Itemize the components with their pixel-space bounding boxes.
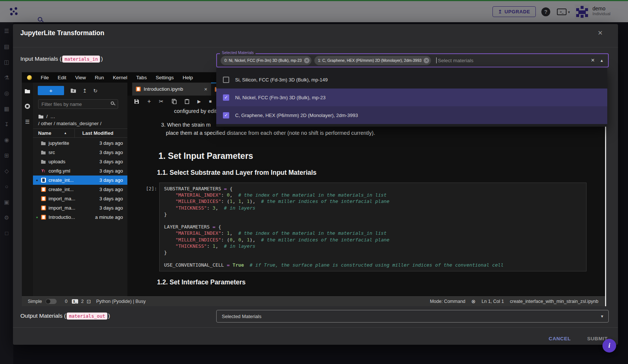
dropdown-option[interactable]: ✓C, Graphene, HEX (P6/mmm) 2D (Monolayer… <box>216 106 607 124</box>
clear-selection-icon[interactable]: × <box>591 57 595 64</box>
home-folder-icon[interactable] <box>38 114 44 119</box>
add-cell-icon[interactable]: + <box>147 98 151 105</box>
file-row[interactable]: ●Introductio...a minute ago <box>33 213 127 222</box>
column-last-modified[interactable]: Last Modified <box>82 130 113 136</box>
trust-shield-icon[interactable]: ⊗ <box>471 298 476 304</box>
menu-tabs[interactable]: Tabs <box>136 75 147 80</box>
code-line: SUBSTRATE_PARAMETERS = { <box>164 186 582 192</box>
paste-cells-icon[interactable] <box>185 99 189 104</box>
file-name: Introductio... <box>49 214 75 220</box>
file-name: import_ma... <box>49 196 75 201</box>
table-of-contents-icon[interactable]: ☰ <box>25 119 30 125</box>
file-modified: 3 days ago <box>99 150 123 155</box>
kernel-status[interactable]: Python (Pyodide) | Busy <box>96 299 146 304</box>
close-icon[interactable]: × <box>595 28 605 38</box>
code-cell[interactable]: SUBSTRATE_PARAMETERS = { "MATERIAL_INDEX… <box>159 183 587 271</box>
breadcrumb[interactable]: / … <box>38 114 55 119</box>
file-row[interactable]: Y:config.yml3 days ago <box>33 166 127 176</box>
notebook-icon <box>40 178 47 183</box>
select-placeholder[interactable]: Select materials <box>436 57 473 63</box>
file-row[interactable]: import_ma...3 days ago <box>33 203 127 213</box>
tab-introduction-ipynb[interactable]: Introduction.ipynb × <box>132 83 211 96</box>
menu-help[interactable]: Help <box>183 75 193 80</box>
column-divider <box>74 128 75 138</box>
file-modified: 3 days ago <box>99 205 123 211</box>
code-line <box>164 256 582 262</box>
file-row[interactable]: jupyterlite3 days ago <box>33 138 127 148</box>
file-browser-icon[interactable] <box>24 89 30 94</box>
running-kernels-icon[interactable] <box>24 103 30 109</box>
upload-icon[interactable]: ↥ <box>83 88 87 94</box>
code-line: "THICKNESS": 1, # in layers <box>164 243 582 249</box>
dropdown-option[interactable]: Si, Silicon, FCC (Fd-3m) 3D (Bulk), mp-1… <box>216 71 607 89</box>
info-fab-button[interactable]: i <box>602 339 616 353</box>
file-row[interactable]: create_int...3 days ago <box>33 185 127 194</box>
file-row[interactable]: src3 days ago <box>33 148 127 157</box>
menu-edit[interactable]: Edit <box>58 75 66 80</box>
cursor-position[interactable]: Ln 1, Col 1 <box>482 299 504 304</box>
notebook-icon <box>40 187 47 192</box>
cut-cells-icon[interactable]: ✂ <box>159 98 164 105</box>
cancel-button[interactable]: CANCEL <box>549 336 571 341</box>
breadcrumb-path[interactable]: / other / materials_designer / <box>38 121 101 126</box>
selected-materials-multiselect[interactable]: 0: Ni, Nickel, FCC (Fm-3m) 3D (Bulk), mp… <box>216 53 609 67</box>
chip-delete-icon[interactable]: × <box>424 58 429 63</box>
column-name[interactable]: Name <box>38 130 51 136</box>
menu-file[interactable]: File <box>41 75 49 80</box>
code-line: USE_CONVENTIONAL_CELL = True # if True, … <box>164 262 582 268</box>
dialog-footer: CANCEL SUBMIT <box>13 330 608 347</box>
sort-caret-icon[interactable]: ▲ <box>64 131 67 135</box>
file-modified: 3 days ago <box>99 168 123 174</box>
close-tab-icon[interactable]: × <box>204 86 207 92</box>
file-modified: 3 days ago <box>99 159 123 164</box>
code-line: "MATERIAL_INDEX": 0, # the index of the … <box>164 192 582 198</box>
file-row[interactable]: import_ma...3 days ago <box>33 194 127 203</box>
file-name: uploads <box>49 159 66 164</box>
mode-indicator[interactable]: Mode: Command <box>430 299 465 304</box>
copy-cells-icon[interactable] <box>172 99 177 104</box>
file-list-header[interactable]: Name ▲ Last Modified <box>33 128 127 138</box>
menu-kernel[interactable]: Kernel <box>113 75 127 80</box>
material-chip[interactable]: 0: Ni, Nickel, FCC (Fm-3m) 3D (Bulk), mp… <box>221 56 311 65</box>
terminal-badge-icon[interactable]: $_ <box>72 299 78 304</box>
notebook-icon <box>40 206 47 210</box>
menu-run[interactable]: Run <box>95 75 104 80</box>
file-row[interactable]: uploads3 days ago <box>33 157 127 166</box>
checkbox-checked-icon[interactable]: ✓ <box>223 94 229 101</box>
markdown-fragment: configured by edit <box>174 108 216 114</box>
simple-mode-toggle[interactable] <box>46 299 57 304</box>
filter-files-input[interactable] <box>38 99 118 109</box>
stop-kernel-icon[interactable]: ■ <box>209 99 211 104</box>
terminal-count[interactable]: 0 <box>65 299 67 304</box>
run-cell-icon[interactable]: ▶ <box>197 99 201 104</box>
file-row[interactable]: ●create_int...3 days ago <box>33 176 127 185</box>
output-materials-select[interactable]: Selected Materials ▾ <box>216 310 609 323</box>
new-launcher-button[interactable]: + <box>38 86 64 95</box>
simple-mode-label: Simple <box>28 299 42 304</box>
breadcrumb-ellipsis[interactable]: … <box>50 114 56 119</box>
kernel-count[interactable]: 2 <box>81 299 84 304</box>
code-line: "MILLER_INDICES": (1, 1, 1), # the mille… <box>164 198 582 204</box>
kernel-chip-icon[interactable]: ⊡ <box>87 298 91 304</box>
chip-delete-icon[interactable]: × <box>304 58 310 63</box>
material-chip-label: 1: C, Graphene, HEX (P6/mmm) 2D (Monolay… <box>318 58 422 63</box>
notebook-icon <box>40 196 47 201</box>
save-icon[interactable] <box>134 99 139 104</box>
checkbox-unchecked-icon[interactable] <box>223 77 229 83</box>
dropdown-option[interactable]: ✓Ni, Nickel, FCC (Fm-3m) 3D (Bulk), mp-2… <box>216 89 607 106</box>
lightbulb-icon[interactable] <box>27 75 32 80</box>
code-line <box>164 217 582 224</box>
notebook-content[interactable]: configured by edit 3. When the strain m … <box>127 107 605 296</box>
collapse-caret-icon[interactable]: ▴ <box>601 58 603 63</box>
file-modified: 3 days ago <box>99 196 123 201</box>
yaml-icon: Y: <box>40 169 47 173</box>
checkbox-checked-icon[interactable]: ✓ <box>223 112 229 118</box>
material-chip-label: 0: Ni, Nickel, FCC (Fm-3m) 3D (Bulk), mp… <box>224 58 302 63</box>
code-line: LAYER_PARAMETERS = { <box>164 224 582 230</box>
refresh-icon[interactable]: ↻ <box>93 88 98 94</box>
new-folder-icon[interactable] <box>70 88 76 93</box>
file-modified: 3 days ago <box>99 140 123 146</box>
menu-settings[interactable]: Settings <box>156 75 174 80</box>
material-chip[interactable]: 1: C, Graphene, HEX (P6/mmm) 2D (Monolay… <box>314 56 431 65</box>
menu-view[interactable]: View <box>75 75 86 80</box>
